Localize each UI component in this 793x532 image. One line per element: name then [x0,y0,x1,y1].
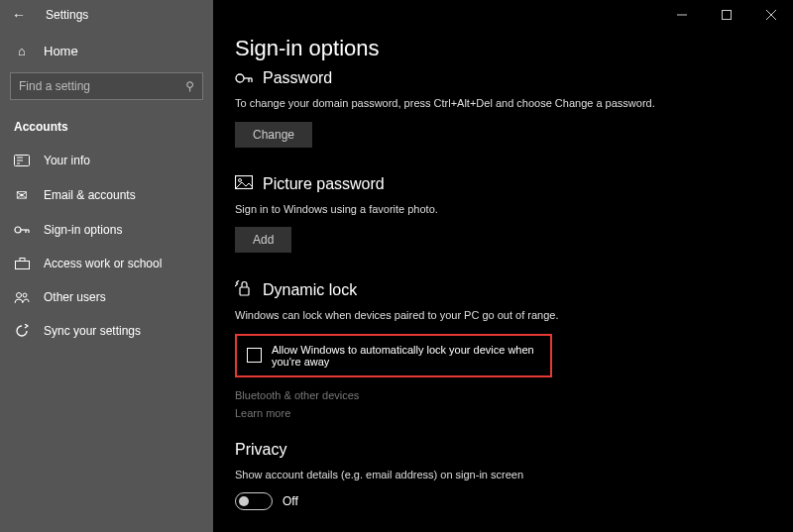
briefcase-icon [14,258,30,269]
section-picture-password: Picture password Sign in to Windows usin… [235,175,793,254]
key-icon [235,70,253,87]
people-icon [14,291,30,303]
sidebar-item-sync[interactable]: Sync your settings [0,314,213,348]
search-box[interactable]: ⚲ [10,72,203,100]
password-desc: To change your domain password, press Ct… [235,95,711,112]
mail-icon: ✉ [14,187,30,203]
learn-more-link[interactable]: Learn more [235,407,793,419]
dynamic-lock-checkbox-row[interactable]: Allow Windows to automatically lock your… [235,334,552,377]
search-input[interactable] [19,79,185,93]
picture-desc: Sign in to Windows using a favorite phot… [235,201,711,218]
nav-label: Other users [44,290,106,304]
section-heading: Privacy [235,441,286,459]
key-icon [14,225,30,235]
bluetooth-link[interactable]: Bluetooth & other devices [235,389,793,401]
page-title: Sign-in options [235,36,793,61]
svg-rect-22 [240,287,249,295]
dynamic-lock-icon [235,280,253,299]
person-card-icon [14,155,30,166]
svg-rect-12 [15,262,29,269]
search-icon: ⚲ [185,79,194,93]
sidebar-item-email[interactable]: ✉ Email & accounts [0,177,213,213]
add-picture-password-button[interactable]: Add [235,227,291,253]
home-label: Home [44,44,78,58]
picture-icon [235,175,253,192]
sidebar: ⌂ Home ⚲ Accounts Your info ✉ Email & ac… [0,30,213,532]
svg-line-23 [236,280,239,283]
svg-rect-1 [722,11,731,20]
svg-point-16 [236,74,244,82]
sidebar-category: Accounts [0,114,213,144]
section-heading: Picture password [263,175,385,193]
nav-label: Sign-in options [44,223,122,237]
svg-line-24 [235,283,238,286]
content: Sign-in options Password To change your … [213,30,793,532]
section-password: Password To change your domain password,… [235,69,793,148]
nav-label: Email & accounts [44,188,136,202]
section-heading: Password [263,69,332,87]
svg-point-15 [23,293,27,297]
section-heading: Dynamic lock [263,281,357,299]
privacy-desc: Show account details (e.g. email address… [235,467,711,483]
sidebar-item-other-users[interactable]: Other users [0,280,213,314]
window-title: Settings [46,8,88,22]
svg-point-21 [239,179,242,182]
body: ⌂ Home ⚲ Accounts Your info ✉ Email & ac… [0,30,793,532]
nav-label: Access work or school [44,257,162,270]
sync-icon [14,324,30,338]
dynamic-lock-checkbox[interactable] [247,348,262,363]
toggle-state: Off [283,494,298,508]
window-controls [659,0,793,30]
nav-label: Your info [44,154,90,167]
svg-rect-13 [20,259,25,262]
sidebar-item-work[interactable]: Access work or school [0,247,213,280]
title-bar: ← Settings [0,0,793,30]
dynamic-desc: Windows can lock when devices paired to … [235,307,711,324]
svg-point-8 [15,227,21,233]
sidebar-item-your-info[interactable]: Your info [0,144,213,177]
nav-label: Sync your settings [44,324,141,338]
checkbox-label: Allow Windows to automatically lock your… [272,344,540,368]
privacy-toggle[interactable] [235,492,273,510]
svg-point-14 [17,293,22,298]
section-privacy: Privacy Show account details (e.g. email… [235,441,793,511]
maximize-button[interactable] [704,0,748,30]
section-dynamic-lock: Dynamic lock Windows can lock when devic… [235,280,793,419]
home-icon: ⌂ [14,44,30,58]
sidebar-item-signin[interactable]: Sign-in options [0,213,213,247]
minimize-button[interactable] [659,0,704,30]
close-button[interactable] [748,0,793,30]
home-nav[interactable]: ⌂ Home [0,38,213,72]
back-icon[interactable]: ← [12,7,26,23]
change-password-button[interactable]: Change [235,122,312,148]
title-bar-left: ← Settings [0,0,213,30]
